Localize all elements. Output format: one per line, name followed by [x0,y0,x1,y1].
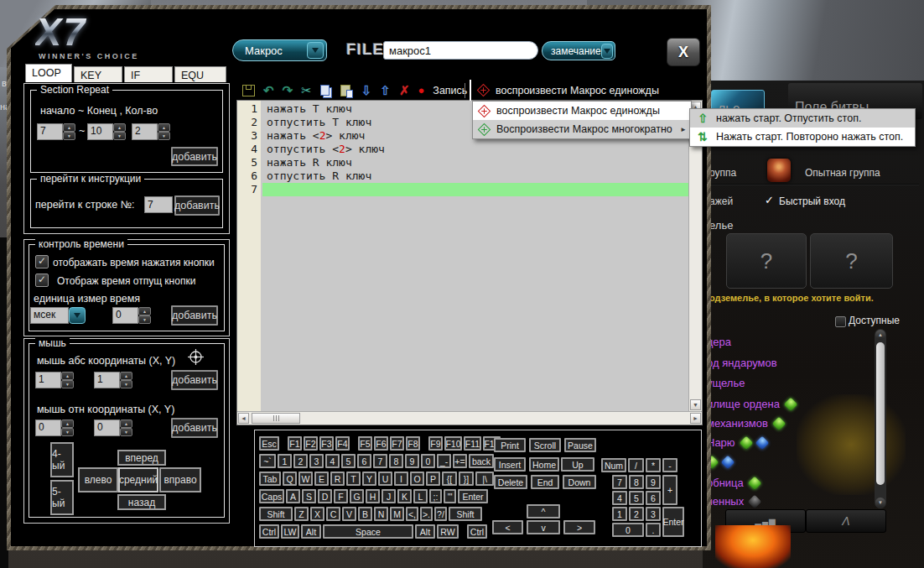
redo-icon[interactable]: ↷ [283,84,293,96]
key-end[interactable]: End [531,475,559,489]
key-d[interactable]: D [318,489,332,503]
mouse-wheel-forward-button[interactable]: вперед [117,450,166,466]
key-back[interactable]: back [469,454,494,468]
spin-down-button[interactable]: ▼ [63,132,75,140]
key-home[interactable]: Home [529,457,559,472]
quick-entry-check-icon[interactable]: ✓ [765,194,774,206]
key-u[interactable]: U [378,472,392,486]
dungeon-list-item[interactable]: обница [707,477,760,489]
time-spinner[interactable]: 0 ▲▼ [112,307,151,324]
tab-loop[interactable]: LOOP [25,64,72,82]
spin-down-button[interactable]: ▼ [120,380,132,388]
spin-up-button[interactable]: ▲ [120,372,132,380]
editor-hscrollbar[interactable]: ◄ ► [237,411,702,425]
key-_[interactable]: _- [437,454,451,468]
key-r[interactable]: R [330,472,345,486]
key-shift[interactable]: Shift [259,507,293,521]
editor-vscrollbar[interactable]: ▲ ▼ [688,101,702,411]
save-icon[interactable] [242,85,255,96]
key-alt[interactable]: Alt [301,524,321,539]
key-q[interactable]: Q [283,472,297,486]
dungeon-list-item[interactable]: ущелье [707,377,745,389]
key-5[interactable]: 5 [341,454,356,468]
spin-up-button[interactable]: ▲ [63,123,75,132]
numpad-key-6[interactable]: 6 [646,491,661,505]
close-button[interactable]: X [667,38,700,66]
editor-line[interactable]: 4отпустить <2> ключ [237,143,688,156]
key-ctrl[interactable]: Ctrl [259,524,279,539]
key-o[interactable]: O [410,472,424,486]
key-e[interactable]: E [314,472,329,486]
key-lw[interactable]: LW [281,524,299,539]
key-9[interactable]: 9 [405,454,419,468]
key-4[interactable]: 4 [325,454,340,468]
note-dropdown-button[interactable] [601,44,613,59]
key-scroll[interactable]: Scroll [529,438,561,452]
key-z[interactable]: Z [294,507,309,521]
key-f3[interactable]: F3 [319,436,334,451]
numpad-key-8[interactable]: 8 [629,475,644,489]
numpad-key-sym[interactable]: * [646,458,661,472]
key-pause[interactable]: Pause [564,438,596,452]
key-arrow-down[interactable]: v [527,520,560,534]
add-repeat-button[interactable]: добавить [171,147,218,166]
key-b[interactable]: B [358,507,372,521]
rel-y-spinner[interactable]: 0 ▲▼ [94,419,132,436]
mouse-button-5[interactable]: 5-ый [50,480,74,515]
key-insert[interactable]: Insert [494,457,526,472]
key-2[interactable]: 2 [293,454,308,468]
key-y[interactable]: Y [362,472,376,486]
dungeon-list-item[interactable]: ченных [707,495,760,508]
paste-icon[interactable] [340,85,350,96]
key-x[interactable]: X [310,507,324,521]
key-f5[interactable]: F5 [358,436,372,451]
macro-name-input[interactable]: макрос1 [383,41,538,60]
key-space[interactable]: Space [323,524,413,539]
numpad-key-enter[interactable]: Enter [662,507,684,537]
spin-down-button[interactable]: ▼ [61,380,74,388]
key-sym[interactable]: {[ [442,472,457,486]
tab-key[interactable]: KEY [74,66,122,82]
editor-line[interactable]: 5нажать R ключ [237,156,688,169]
key-sym[interactable]: ~` [259,454,276,468]
key-7[interactable]: 7 [373,454,387,468]
dungeon-list-item[interactable]: механизмов [707,417,784,430]
numpad-key-5[interactable]: 5 [629,491,644,505]
release-time-label[interactable]: Отображ время отпущ кнопки [57,275,195,287]
editor-line[interactable]: 7 [237,183,688,196]
key-t[interactable]: T [346,472,361,486]
numpad-key-2[interactable]: 2 [629,507,644,521]
mouse-wheel-back-button[interactable]: назад [117,494,166,510]
key-enter[interactable]: Enter [458,489,488,503]
note-dropdown[interactable]: замечание [542,41,615,60]
unit-dropdown-button[interactable] [69,307,86,324]
key-a[interactable]: A [286,489,300,503]
key-caps[interactable]: Caps [259,489,284,503]
record-label[interactable]: Запись [433,85,467,96]
key-sym[interactable]: ?/ [434,507,447,521]
play-once-toolbar-item[interactable]: воспроизвести Макрос единожды [470,80,702,101]
end-spinner[interactable]: 10 ▲▼ [87,123,126,140]
submenu-item[interactable]: ⇅Нажать старт. Повтороно нажать стоп. [690,128,915,146]
key-j[interactable]: J [382,489,396,503]
count-spinner[interactable]: 2 ▲▼ [132,123,170,140]
numpad-key-4[interactable]: 4 [612,491,627,505]
numpad-key-sym[interactable]: / [628,458,644,472]
spin-up-button[interactable]: ▲ [138,307,151,315]
key-l[interactable]: L [413,489,428,503]
add-abs-button[interactable]: добавить [171,370,218,390]
rel-x-spinner[interactable]: 0 ▲▼ [35,419,74,436]
key-c[interactable]: C [326,507,340,521]
move-down-icon[interactable]: ⇩ [361,84,372,96]
spin-down-button[interactable]: ▼ [61,428,74,436]
key-alt[interactable]: Alt [415,524,435,539]
scroll-left-button[interactable]: ◄ [238,413,249,424]
available-label[interactable]: Доступные [849,315,900,326]
key-sym[interactable]: ;: [429,489,442,503]
key-up[interactable]: Up [561,457,594,472]
mouse-button-4[interactable]: 4-ый [50,442,74,477]
key-sym[interactable]: += [453,454,467,468]
key-arrow-left[interactable]: < [492,520,523,534]
spin-up-button[interactable]: ▲ [113,123,126,132]
key-tab[interactable]: Tab [259,472,281,486]
